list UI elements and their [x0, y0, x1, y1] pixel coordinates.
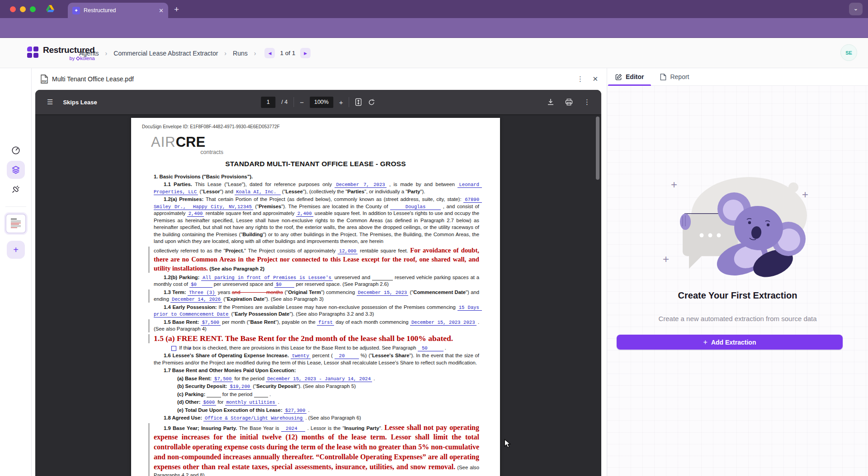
- lease-paragraph: 1.6 Lessee's Share of Operating Expense …: [154, 352, 479, 366]
- empty-state-subtitle: Create a new automated extraction from s…: [607, 315, 868, 322]
- download-icon[interactable]: [547, 98, 554, 106]
- browser-titlebar: ✦ Restructured ✕ + ⌄: [0, 0, 868, 18]
- lease-paragraph: 1.3 Term: Three (3) years and months ("O…: [154, 289, 479, 303]
- svg-text:+: +: [802, 188, 808, 201]
- browser-toolbar: ← → ↻ restructured.kolena.com/skip/agent…: [0, 18, 868, 38]
- sidebar-item-agents[interactable]: [7, 161, 25, 179]
- document-panel: PDF Multi Tenant Office Lease.pdf ⋮ ✕ ☰ …: [35, 68, 607, 476]
- lease-paragraph: 1.9 Base Year; Insuring Party. The Base …: [154, 423, 479, 476]
- empty-state-title: Create Your First Extraction: [607, 290, 868, 301]
- koala-illustration: + + +: [656, 170, 819, 279]
- user-avatar[interactable]: SE: [840, 44, 857, 61]
- plus-icon: +: [703, 338, 708, 346]
- add-document-button[interactable]: +: [7, 241, 25, 259]
- lease-paragraph: 1.2(b) Parking: All parking in front of …: [154, 274, 479, 288]
- page-thumbnail-preview: [9, 216, 23, 231]
- plug-icon: [11, 184, 21, 194]
- drive-icon: [46, 5, 54, 12]
- file-overflow-icon[interactable]: ⋮: [577, 75, 584, 83]
- fit-page-icon[interactable]: [355, 98, 362, 106]
- lease-paragraph: 1.5 Base Rent: $7,500 per month ("Base R…: [154, 319, 479, 333]
- lease-paragraph: (e) Total Due Upon Execution of this Lea…: [177, 407, 479, 414]
- pdf-more-icon[interactable]: ⋮: [584, 98, 590, 106]
- tab-editor[interactable]: Editor: [607, 68, 652, 85]
- run-pagination-label: 1 of 1: [280, 50, 295, 56]
- pdf-scroll-area[interactable]: DocuSign Envelope ID: E1F8F08F-4482-4971…: [35, 114, 601, 476]
- sidebar-item-connections[interactable]: [7, 180, 25, 198]
- lease-body: 1. Basic Provisions ("Basic Provisions")…: [154, 173, 479, 476]
- compass-icon: [11, 145, 21, 155]
- toolbar-separator: [293, 97, 294, 107]
- docusign-envelope-id: DocuSign Envelope ID: E1F8F08F-4482-4971…: [142, 124, 500, 129]
- file-name: Multi Tenant Office Lease.pdf: [52, 75, 134, 83]
- svg-text:PDF: PDF: [42, 80, 47, 83]
- pdf-viewer: ☰ Skips Lease 1 / 4 − 100% +: [35, 90, 601, 476]
- report-doc-icon: [660, 74, 666, 80]
- breadcrumb-runs[interactable]: Runs: [233, 50, 248, 57]
- sidebar-item-explore[interactable]: [7, 141, 25, 159]
- application-window: ✦ Restructured ✕ + ⌄ ← → ↻ restructured.…: [0, 0, 868, 476]
- lease-paragraph: (d) Other: $600 for monthly utilities .: [177, 399, 479, 406]
- new-tab-button[interactable]: +: [174, 5, 179, 14]
- prev-run-button[interactable]: ◀: [264, 48, 275, 58]
- toolbar-separator: [349, 97, 349, 107]
- left-sidebar: + ›: [0, 68, 32, 476]
- tab-title: Restructured: [84, 7, 159, 14]
- chevron-right-icon: ›: [105, 50, 108, 57]
- rotate-icon[interactable]: [368, 98, 376, 106]
- zoom-out-button[interactable]: −: [300, 98, 304, 106]
- lease-paragraph: 1.4 Early Possession: If the Premises ar…: [154, 304, 479, 318]
- pdf-doc-title: Skips Lease: [63, 99, 97, 106]
- layers-icon: [11, 165, 21, 175]
- lease-paragraph: 1.1 Parties. This Lease ("Lease"), dated…: [154, 181, 479, 195]
- lease-paragraph: 1.2(a) Premises: That certain Portion of…: [154, 196, 479, 245]
- chevron-right-icon: ›: [254, 50, 256, 57]
- pdf-sidebar-toggle-icon[interactable]: ☰: [47, 98, 53, 106]
- page-number-input[interactable]: 1: [261, 97, 275, 108]
- add-extraction-button[interactable]: + Add Extraction: [617, 335, 843, 350]
- window-close-button[interactable]: [10, 6, 16, 12]
- lease-paragraph: 1. Basic Provisions ("Basic Provisions")…: [154, 173, 479, 180]
- lease-paragraph: ✓ If this box is checked, there are prov…: [154, 345, 479, 352]
- tab-close-icon[interactable]: ✕: [159, 7, 164, 14]
- breadcrumb-extractor[interactable]: Commercial Lease Abstract Extractor: [113, 50, 218, 57]
- print-icon[interactable]: [565, 98, 573, 106]
- lease-paragraph: (b) Security Deposit: $19,200 ("Security…: [177, 383, 479, 390]
- pdf-scrollbar[interactable]: [596, 117, 599, 180]
- panel-tabs: Editor Report: [607, 68, 868, 86]
- zoom-in-button[interactable]: +: [339, 98, 343, 106]
- page-count-label: / 4: [281, 99, 288, 105]
- file-header: PDF Multi Tenant Office Lease.pdf ⋮ ✕: [35, 68, 607, 90]
- svg-text:+: +: [671, 178, 677, 191]
- edit-pencil-icon: [615, 74, 622, 80]
- window-zoom-button[interactable]: [30, 6, 36, 12]
- breadcrumb-agents[interactable]: Agents: [79, 50, 99, 57]
- plus-icon: +: [13, 245, 19, 255]
- aircre-logo: AIRCRE contracts: [151, 135, 223, 155]
- window-minimize-button[interactable]: [20, 6, 26, 12]
- zoom-level-select[interactable]: 100%: [310, 97, 333, 108]
- page-thumbnail[interactable]: [5, 214, 26, 233]
- right-panel: Editor Report + + +: [607, 68, 868, 476]
- svg-text:+: +: [663, 253, 669, 265]
- app-header: Restructured by kolena Agents › Commerci…: [0, 38, 868, 68]
- pdf-toolbar: ☰ Skips Lease 1 / 4 − 100% +: [35, 90, 601, 114]
- pdf-page: DocuSign Envelope ID: E1F8F08F-4482-4971…: [131, 118, 500, 476]
- tab-favicon-icon: ✦: [72, 7, 80, 14]
- file-close-icon[interactable]: ✕: [592, 75, 598, 83]
- next-run-button[interactable]: ▶: [300, 48, 311, 58]
- browser-tab[interactable]: ✦ Restructured ✕: [68, 3, 168, 18]
- pdf-file-icon: PDF: [41, 75, 48, 84]
- window-chevron-button[interactable]: ⌄: [849, 3, 863, 15]
- restructured-logo-icon: [27, 47, 39, 58]
- chevron-right-icon: ›: [224, 50, 226, 57]
- lease-paragraph: 1.5 (a) FREE RENT. The Base Rent for the…: [154, 334, 479, 344]
- sidebar-divider: [5, 206, 26, 207]
- breadcrumb: Agents › Commercial Lease Abstract Extra…: [79, 48, 313, 58]
- lease-title: STANDARD MULTI-TENANT OFFICE LEASE - GRO…: [131, 160, 500, 168]
- lease-paragraph: (c) Parking: for the period .: [177, 391, 479, 398]
- lease-paragraph: 1.7 Base Rent and Other Monies Paid Upon…: [154, 367, 479, 374]
- tab-report[interactable]: Report: [652, 68, 697, 85]
- lease-paragraph: 1.8 Agreed Use: Office & Storage/Light W…: [154, 415, 479, 422]
- lease-paragraph: (a) Base Rent: $7,500 for the period Dec…: [177, 375, 479, 383]
